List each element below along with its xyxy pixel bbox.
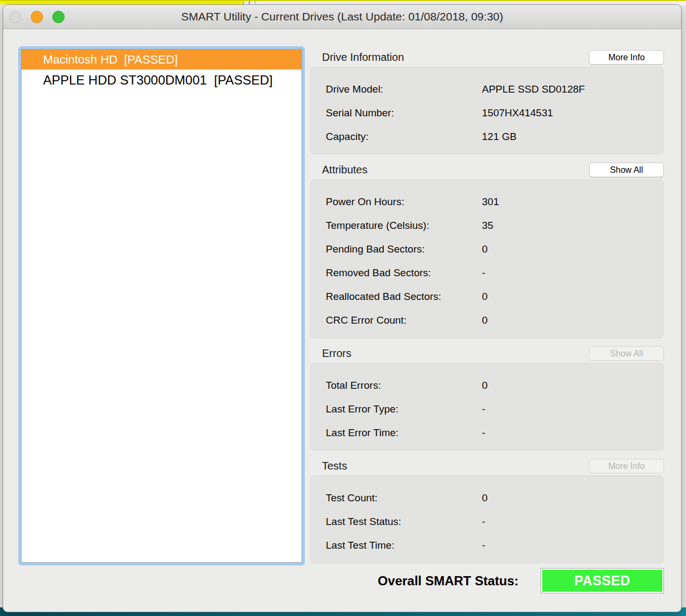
section-box-drive-information: Drive Model:APPLE SSD SD0128FSerial Numb…	[310, 67, 664, 155]
field-value: APPLE SSD SD0128F	[482, 83, 585, 95]
field-label: Test Count:	[326, 492, 482, 504]
drive-list[interactable]: Macintosh HD [PASSED]APPLE HDD ST3000DM0…	[21, 49, 302, 563]
field-label: Reallocated Bad Sectors:	[326, 291, 482, 303]
section-box-attributes: Power On Hours:301Temperature (Celsius):…	[310, 179, 664, 338]
field-row: Last Error Time:-	[311, 421, 663, 445]
field-row: Last Test Status:-	[311, 510, 663, 534]
field-label: Pending Bad Sectors:	[326, 243, 482, 255]
field-value: -	[482, 516, 485, 528]
more-info-button-tests: More Info	[589, 459, 664, 473]
field-row: Drive Model:APPLE SSD SD0128F	[311, 78, 663, 101]
drive-details-panel: Drive InformationMore InfoDrive Model:AP…	[310, 50, 664, 563]
field-row: Pending Bad Sectors:0	[311, 237, 663, 261]
minimize-button[interactable]	[31, 11, 43, 23]
field-label: Temperature (Celsius):	[326, 220, 482, 232]
field-label: Serial Number:	[326, 107, 482, 119]
field-row: CRC Error Count:0	[311, 309, 663, 332]
field-row: Last Error Type:-	[311, 397, 663, 421]
field-row: Capacity:121 GB	[311, 125, 663, 149]
field-row: Test Count:0	[311, 486, 663, 510]
overall-status-badge: PASSED	[541, 568, 664, 593]
drive-list-focus-ring: Macintosh HD [PASSED]APPLE HDD ST3000DM0…	[18, 46, 305, 565]
section-title-attributes: Attributes	[310, 164, 367, 176]
field-value: -	[482, 267, 485, 279]
section-header-tests: TestsMore Info	[310, 459, 664, 473]
title-bar[interactable]: SMART Utility - Current Drives (Last Upd…	[3, 5, 681, 29]
field-row: Serial Number:1507HX414531	[311, 101, 663, 125]
section-header-attributes: AttributesShow All	[310, 163, 664, 177]
field-row: Reallocated Bad Sectors:0	[311, 285, 663, 309]
more-info-button-drive-information[interactable]: More Info	[589, 50, 664, 65]
field-value: 121 GB	[482, 131, 516, 143]
field-label: Power On Hours:	[326, 196, 482, 208]
overall-status-row: Overall SMART Status: PASSED	[310, 568, 664, 593]
field-value: 0	[482, 314, 488, 326]
field-row: Last Test Time:-	[311, 534, 663, 557]
field-label: Last Test Status:	[326, 516, 482, 528]
field-value: -	[482, 427, 485, 439]
section-box-errors: Total Errors:0Last Error Type:-Last Erro…	[310, 363, 664, 451]
field-label: Capacity:	[326, 131, 482, 143]
zoom-button[interactable]	[52, 11, 65, 23]
field-value: 0	[482, 243, 488, 255]
field-value: 301	[482, 196, 499, 208]
window-title: SMART Utility - Current Drives (Last Upd…	[3, 5, 681, 29]
drive-list-item-0[interactable]: Macintosh HD [PASSED]	[22, 50, 302, 69]
field-row: Removed Bad Sectors:-	[311, 261, 663, 285]
field-value: 35	[482, 220, 493, 232]
field-value: -	[482, 540, 485, 551]
overall-status-label: Overall SMART Status:	[378, 573, 519, 589]
field-label: CRC Error Count:	[326, 314, 482, 326]
show-all-button-attributes[interactable]: Show All	[589, 163, 664, 177]
section-box-tests: Test Count:0Last Test Status:-Last Test …	[310, 475, 664, 563]
field-value: 0	[482, 380, 488, 391]
field-label: Removed Bad Sectors:	[326, 267, 482, 279]
section-header-drive-information: Drive InformationMore Info	[310, 50, 664, 65]
section-title-errors: Errors	[310, 347, 351, 360]
traffic-lights	[9, 11, 65, 23]
field-label: Last Test Time:	[326, 540, 482, 551]
section-title-tests: Tests	[310, 460, 347, 472]
field-value: 0	[482, 492, 488, 504]
field-row: Power On Hours:301	[311, 190, 663, 214]
field-value: 1507HX414531	[482, 107, 553, 119]
smart-utility-window: SMART Utility - Current Drives (Last Upd…	[3, 4, 682, 612]
background-top-strip	[0, 0, 686, 4]
field-label: Last Error Type:	[326, 403, 482, 415]
field-label: Last Error Time:	[326, 427, 482, 439]
field-label: Total Errors:	[326, 380, 482, 391]
show-all-button-errors: Show All	[589, 346, 664, 361]
close-button[interactable]	[9, 11, 22, 23]
field-row: Total Errors:0	[311, 374, 663, 397]
field-value: -	[482, 403, 485, 415]
section-title-drive-information: Drive Information	[310, 51, 404, 64]
section-header-errors: ErrorsShow All	[310, 346, 664, 361]
drive-list-item-1[interactable]: APPLE HDD ST3000DM001 [PASSED]	[22, 69, 302, 91]
field-value: 0	[482, 291, 488, 303]
field-label: Drive Model:	[326, 83, 482, 95]
field-row: Temperature (Celsius):35	[311, 214, 663, 237]
